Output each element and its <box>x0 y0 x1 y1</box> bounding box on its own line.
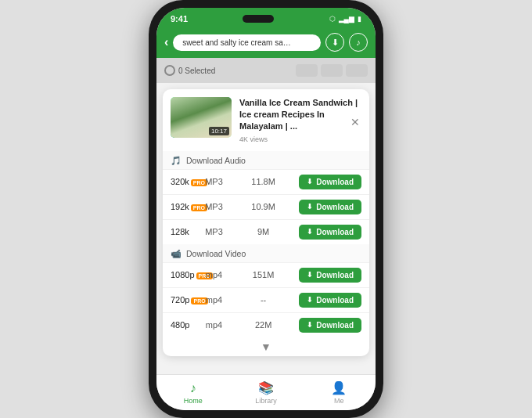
search-query-text: sweet and salty ice cream sandwitch <box>182 38 292 47</box>
download-btn-icon-5: ⬇ <box>307 296 313 304</box>
download-btn-icon-3: ⬇ <box>307 228 313 236</box>
tabs-row: 0 Selected <box>156 58 376 83</box>
nav-item-me[interactable]: 👤 Me <box>303 375 376 410</box>
quality-1080p: 1080pPRO <box>171 270 200 279</box>
download-btn-1080p[interactable]: ⬇ Download <box>299 268 361 283</box>
library-label: Library <box>255 397 277 405</box>
nav-item-library[interactable]: 📚 Library <box>229 375 302 410</box>
filter-pill-3[interactable] <box>346 64 368 77</box>
download-audio-icon[interactable]: ⬇ <box>325 33 344 52</box>
audio-row-320k: 320kPRO MP3 11.8M ⬇ Download <box>163 169 369 194</box>
format-mp3-1: MP3 <box>200 177 228 186</box>
me-icon: 👤 <box>331 380 347 395</box>
me-label: Me <box>334 397 344 405</box>
audio-section-header: 🎵 Download Audio <box>163 151 369 169</box>
download-btn-icon-2: ⬇ <box>307 203 313 211</box>
video-row-720p: 720pPRO mp4 -- ⬇ Download <box>163 287 369 312</box>
video-section-label: Download Video <box>186 249 246 258</box>
video-duration: 10:17 <box>209 127 229 135</box>
filter-pills <box>296 64 368 77</box>
phone-frame: 9:41 ⬡ ▂▄▆ ▮ ‹ sweet and salty ice cream… <box>149 0 383 418</box>
download-btn-icon-1: ⬇ <box>307 178 313 186</box>
filter-pill-1[interactable] <box>296 64 318 77</box>
home-icon: ♪ <box>190 381 196 395</box>
audio-section-label: Download Audio <box>186 156 246 165</box>
download-btn-icon-6: ⬇ <box>307 321 313 329</box>
download-btn-128k[interactable]: ⬇ Download <box>299 225 361 240</box>
home-label: Home <box>184 397 203 405</box>
video-row-480p: 480p mp4 22M ⬇ Download <box>163 312 369 337</box>
size-10-9m: 10.9M <box>228 202 299 211</box>
quality-192k: 192kPRO <box>171 202 200 211</box>
quality-128k: 128k <box>171 227 200 236</box>
download-modal-card: 10:17 Vanilla Ice Cream Sandwich | Ice c… <box>163 89 369 356</box>
format-mp3-3: MP3 <box>200 227 228 236</box>
selection-info: 0 Selected <box>164 65 215 76</box>
download-label-1: Download <box>316 178 354 186</box>
audio-row-192k: 192kPRO MP3 10.9M ⬇ Download <box>163 194 369 219</box>
size-dash: -- <box>228 295 299 304</box>
audio-section-icon: 🎵 <box>171 156 182 166</box>
format-mp4-2: mp4 <box>200 295 228 304</box>
video-section-icon: 📹 <box>171 249 182 259</box>
size-151m: 151M <box>228 270 299 279</box>
download-btn-320k[interactable]: ⬇ Download <box>299 175 361 189</box>
download-label-3: Download <box>316 228 354 236</box>
status-time: 9:41 <box>171 14 188 23</box>
selected-count-label: 0 Selected <box>178 67 215 75</box>
music-note-icon[interactable]: ♪ <box>349 33 368 52</box>
download-label-2: Download <box>316 203 354 211</box>
bluetooth-icon: ⬡ <box>329 15 336 23</box>
content-area: ✕ 10:17 Vanilla Ice Cream Sandwich | Ice… <box>156 83 376 374</box>
size-9m: 9M <box>228 227 299 236</box>
nav-item-home[interactable]: ♪ Home <box>156 375 229 410</box>
download-btn-192k[interactable]: ⬇ Download <box>299 200 361 214</box>
select-circle-icon[interactable] <box>164 65 175 76</box>
quality-720p: 720pPRO <box>171 295 200 304</box>
download-label-5: Download <box>316 296 354 304</box>
search-action-icons: ⬇ ♪ <box>325 33 368 52</box>
video-section-header: 📹 Download Video <box>163 244 369 262</box>
status-notch <box>243 15 274 23</box>
video-thumbnail: 10:17 <box>171 97 232 138</box>
quality-480p: 480p <box>171 320 200 330</box>
quality-320k: 320kPRO <box>171 177 200 186</box>
signal-icon: ▂▄▆ <box>339 15 354 23</box>
video-row-1080p: 1080pPRO mp4 151M ⬇ Download <box>163 262 369 287</box>
video-title: Vanilla Ice Cream Sandwich | Ice cream R… <box>239 97 361 132</box>
format-mp3-2: MP3 <box>200 202 228 211</box>
video-meta: Vanilla Ice Cream Sandwich | Ice cream R… <box>239 97 361 143</box>
download-btn-720p[interactable]: ⬇ Download <box>299 293 361 308</box>
video-info-row: 10:17 Vanilla Ice Cream Sandwich | Ice c… <box>163 89 369 151</box>
format-mp4-3: mp4 <box>200 320 228 330</box>
bottom-navigation: ♪ Home 📚 Library 👤 Me <box>156 374 376 410</box>
search-input[interactable]: sweet and salty ice cream sandwitch <box>173 34 321 51</box>
more-indicator[interactable]: ▼ <box>163 337 369 356</box>
download-btn-icon-4: ⬇ <box>307 271 313 279</box>
audio-row-128k: 128k MP3 9M ⬇ Download <box>163 219 369 244</box>
search-bar: ‹ sweet and salty ice cream sandwitch ⬇ … <box>156 28 376 58</box>
size-11-8m: 11.8M <box>228 177 299 186</box>
video-views: 4K views <box>239 135 361 143</box>
download-label-6: Download <box>316 321 354 330</box>
close-button[interactable]: ✕ <box>347 114 363 130</box>
size-22m: 22M <box>228 320 299 330</box>
back-button[interactable]: ‹ <box>164 35 168 49</box>
filter-pill-2[interactable] <box>321 64 343 77</box>
phone-screen: 9:41 ⬡ ▂▄▆ ▮ ‹ sweet and salty ice cream… <box>156 8 376 410</box>
download-btn-480p[interactable]: ⬇ Download <box>299 318 361 333</box>
library-icon: 📚 <box>258 380 274 395</box>
format-mp4-1: mp4 <box>200 270 228 279</box>
download-label-4: Download <box>316 271 354 279</box>
status-bar: 9:41 ⬡ ▂▄▆ ▮ <box>156 8 376 28</box>
battery-icon: ▮ <box>358 15 361 23</box>
status-icons: ⬡ ▂▄▆ ▮ <box>329 15 361 23</box>
